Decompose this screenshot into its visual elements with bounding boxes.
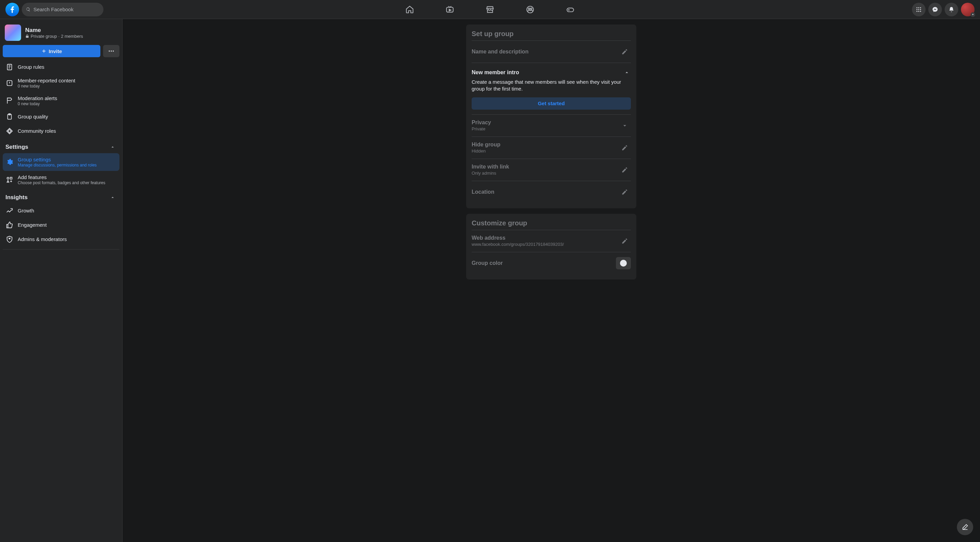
thumbs-up-icon <box>6 221 13 229</box>
admin-sidebar: Name Private group · 2 members Invite <box>0 19 123 542</box>
sidebar-item-group-settings[interactable]: Group settingsManage discussions, permis… <box>3 153 119 171</box>
top-header: ▾ <box>0 0 980 19</box>
svg-point-3 <box>530 8 532 9</box>
diamond-icon <box>6 128 13 135</box>
sidebar-item-community-roles[interactable]: Community roles <box>3 124 119 138</box>
svg-point-10 <box>920 9 921 10</box>
group-avatar <box>5 24 21 41</box>
row-invite-link[interactable]: Invite with linkOnly admins <box>472 159 631 181</box>
row-hide-group[interactable]: Hide groupHidden <box>472 137 631 159</box>
shapes-icon <box>6 176 13 183</box>
customize-card: Customize group Web addresswww.facebook.… <box>466 214 636 279</box>
setup-card: Set up group Name and description New me… <box>466 24 636 208</box>
svg-point-6 <box>918 7 920 8</box>
shield-icon <box>6 236 13 243</box>
more-options-button[interactable] <box>103 45 119 57</box>
svg-point-15 <box>111 50 111 51</box>
nav-watch[interactable] <box>431 0 469 19</box>
nav-home[interactable] <box>391 0 428 19</box>
color-swatch-button[interactable] <box>616 257 631 269</box>
search-input[interactable] <box>33 6 99 12</box>
svg-point-11 <box>916 11 917 11</box>
sidebar-item-group-rules[interactable]: Group rules <box>3 60 119 74</box>
pencil-icon <box>621 166 628 173</box>
account-avatar[interactable]: ▾ <box>961 3 975 16</box>
edit-button[interactable] <box>619 186 631 198</box>
nav-groups[interactable] <box>511 0 549 19</box>
expand-button[interactable] <box>619 120 631 132</box>
plus-icon <box>41 48 47 54</box>
row-name-description[interactable]: Name and description <box>472 40 631 63</box>
sidebar-item-reported-content[interactable]: Member-reported content0 new today <box>3 74 119 92</box>
search-box[interactable] <box>22 3 103 16</box>
intro-description: Create a message that new members will s… <box>472 79 631 92</box>
invite-button[interactable]: Invite <box>3 45 100 57</box>
customize-title: Customize group <box>472 219 631 227</box>
row-location[interactable]: Location <box>472 181 631 203</box>
sidebar-item-admins[interactable]: Admins & moderators <box>3 232 119 247</box>
clipboard-icon <box>6 113 13 121</box>
chevron-up-icon <box>108 143 117 151</box>
edit-button[interactable] <box>619 142 631 154</box>
gear-icon <box>6 158 13 166</box>
setup-title: Set up group <box>472 30 631 38</box>
row-group-color[interactable]: Group color <box>472 252 631 274</box>
pencil-icon <box>621 189 628 195</box>
svg-point-2 <box>528 8 530 9</box>
nav-gaming[interactable] <box>552 0 589 19</box>
svg-rect-4 <box>567 8 574 11</box>
pencil-icon <box>621 48 628 55</box>
alert-icon <box>6 79 13 87</box>
chevron-down-icon: ▾ <box>970 12 975 17</box>
svg-point-20 <box>7 177 9 179</box>
row-privacy[interactable]: PrivacyPrivate <box>472 115 631 137</box>
edit-button[interactable] <box>619 235 631 247</box>
group-header[interactable]: Name Private group · 2 members <box>3 22 119 45</box>
row-web-address[interactable]: Web addresswww.facebook.com/groups/32017… <box>472 230 631 252</box>
svg-point-1 <box>527 6 533 13</box>
main-content: Set up group Name and description New me… <box>123 19 980 542</box>
dots-icon <box>108 48 115 54</box>
compose-fab[interactable] <box>957 519 973 535</box>
group-meta: Private group · 2 members <box>25 34 83 39</box>
lock-icon <box>25 34 29 38</box>
facebook-logo[interactable] <box>5 3 19 16</box>
sidebar-item-group-quality[interactable]: Group quality <box>3 110 119 124</box>
chevron-down-icon <box>621 122 628 129</box>
chevron-up-icon[interactable] <box>623 69 631 77</box>
sidebar-item-moderation-alerts[interactable]: Moderation alerts0 new today <box>3 92 119 110</box>
pencil-icon <box>621 144 628 151</box>
edit-button[interactable] <box>619 46 631 58</box>
growth-icon <box>6 207 13 215</box>
sidebar-item-engagement[interactable]: Engagement <box>3 218 119 232</box>
row-new-member-intro: New member intro Create a message that n… <box>472 63 631 115</box>
svg-rect-21 <box>10 177 12 179</box>
menu-grid-button[interactable] <box>912 3 926 16</box>
svg-point-7 <box>920 7 921 8</box>
sidebar-section-settings[interactable]: Settings <box>3 138 119 153</box>
edit-button[interactable] <box>619 164 631 176</box>
search-icon <box>26 7 30 12</box>
group-name: Name <box>25 27 83 34</box>
svg-point-13 <box>920 11 921 11</box>
flag-icon <box>6 97 13 105</box>
svg-point-12 <box>918 11 920 11</box>
rules-icon <box>6 63 13 71</box>
sidebar-item-growth[interactable]: Growth <box>3 204 119 218</box>
svg-point-14 <box>109 50 110 51</box>
pencil-icon <box>621 238 628 244</box>
sidebar-section-insights[interactable]: Insights <box>3 189 119 204</box>
sidebar-item-add-features[interactable]: Add featuresChoose post formats, badges … <box>3 171 119 189</box>
svg-point-9 <box>918 9 920 10</box>
edit-icon <box>961 523 969 531</box>
color-circle <box>620 260 627 266</box>
chevron-up-icon <box>108 193 117 202</box>
notifications-button[interactable] <box>945 3 958 16</box>
nav-marketplace[interactable] <box>471 0 509 19</box>
get-started-button[interactable]: Get started <box>472 97 631 110</box>
svg-point-16 <box>113 50 114 51</box>
svg-point-5 <box>916 7 917 8</box>
messenger-button[interactable] <box>928 3 942 16</box>
svg-point-8 <box>916 9 917 10</box>
